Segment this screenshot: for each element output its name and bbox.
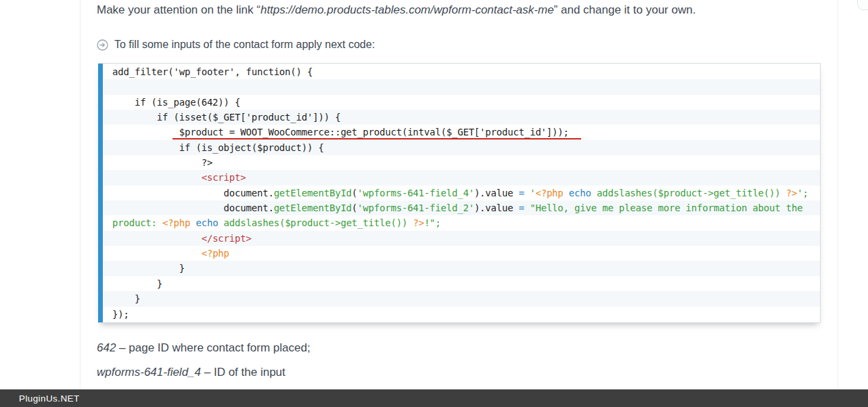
cutoff-corner-button[interactable]: [857, 0, 868, 10]
doc-content: Make your attention on the link “https:/…: [97, 0, 821, 379]
code-line: }: [103, 261, 820, 276]
code-line: product: <?php echo addslashes($product-…: [103, 215, 820, 230]
red-underline-annotation: $product = WOOT_WooCommerce::get_product…: [173, 127, 581, 140]
code-line: if (is_object($product)) {: [103, 140, 820, 155]
tip-row: To fill some inputs of the contact form …: [97, 39, 821, 51]
code-line: }: [103, 291, 820, 306]
note-field-id-text: – ID of the input: [201, 366, 285, 379]
code-line: ?>: [103, 155, 820, 170]
code-area: add_filter('wp_footer', function() { if …: [103, 64, 820, 322]
code-line: <script>: [103, 170, 820, 185]
code-line: document.getElementById('wpforms-641-fie…: [103, 200, 820, 215]
code-line: $product = WOOT_WooCommerce::get_product…: [103, 125, 820, 140]
code-accent-bar: [98, 64, 103, 322]
intro-text-pre: Make your attention on the link “: [97, 3, 260, 16]
intro-text-post: ” and change it to your own.: [554, 3, 696, 16]
code-line: add_filter('wp_footer', function() {: [103, 64, 820, 79]
code-line: }: [103, 276, 820, 291]
code-line: });: [103, 307, 820, 322]
code-line: <?php: [103, 246, 820, 261]
content-left-divider: [80, 0, 81, 389]
code-block: add_filter('wp_footer', function() { if …: [98, 63, 821, 323]
note-page-id: 642 – page ID where contact form placed;: [97, 341, 821, 355]
code-line: if (is_page(642)) {: [103, 95, 820, 110]
code-line: </script>: [103, 231, 820, 246]
footer-bar: PluginUs.NET: [0, 389, 868, 407]
note-field-id: wpforms-641-field_4 – ID of the input: [97, 366, 821, 379]
intro-paragraph: Make your attention on the link “https:/…: [97, 0, 821, 18]
content-right-divider: [838, 0, 838, 389]
code-line: [103, 79, 820, 94]
note-page-id-value: 642: [97, 341, 116, 354]
footer-brand-link[interactable]: PluginUs.NET: [19, 393, 80, 404]
code-line: document.getElementById('wpforms-641-fie…: [103, 186, 820, 200]
tip-text: To fill some inputs of the contact form …: [114, 39, 375, 51]
demo-link: https://demo.products-tables.com/wpform-…: [260, 3, 554, 16]
code-line: if (isset($_GET['product_id'])) {: [103, 110, 820, 125]
note-field-id-value: wpforms-641-field_4: [97, 366, 201, 379]
note-page-id-text: – page ID where contact form placed;: [116, 341, 310, 354]
arrow-right-circle-icon: [97, 39, 108, 51]
